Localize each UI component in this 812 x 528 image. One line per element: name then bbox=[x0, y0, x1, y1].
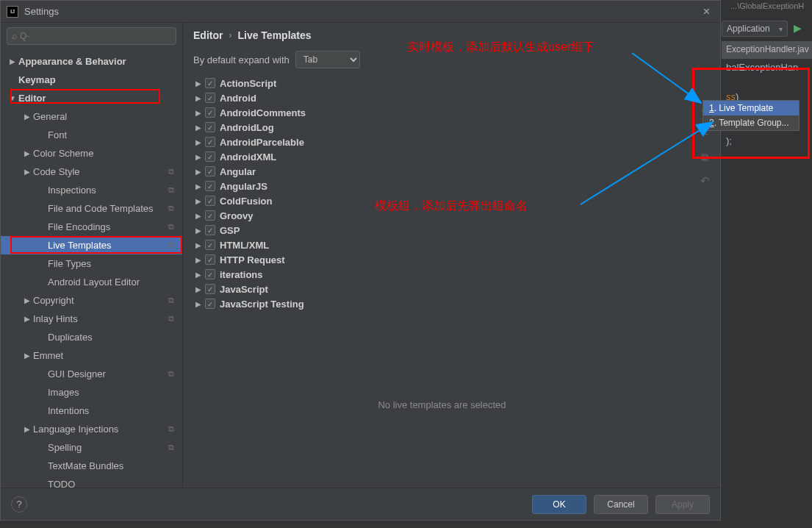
expand-arrow-icon[interactable]: ▶ bbox=[193, 153, 204, 161]
tree-node-editor[interactable]: ▼Editor bbox=[1, 89, 182, 107]
expand-arrow-icon[interactable]: ▶ bbox=[23, 149, 32, 157]
expand-arrow-icon[interactable]: ▶ bbox=[193, 271, 204, 279]
group-checkbox[interactable]: ✓ bbox=[205, 254, 215, 265]
expand-with-select[interactable]: Tab bbox=[295, 51, 360, 68]
apply-button[interactable]: Apply bbox=[655, 495, 710, 514]
group-checkbox[interactable]: ✓ bbox=[205, 284, 215, 294]
tree-node-file-types[interactable]: File Types bbox=[1, 254, 182, 273]
help-button[interactable]: ? bbox=[11, 496, 27, 513]
group-checkbox[interactable]: ✓ bbox=[205, 107, 215, 118]
tree-node-code-style[interactable]: ▶Code Style⧉ bbox=[1, 163, 182, 181]
tree-node-appearance-behavior[interactable]: ▶Appearance & Behavior bbox=[1, 52, 182, 71]
expand-arrow-icon[interactable]: ▶ bbox=[193, 182, 204, 190]
expand-arrow-icon[interactable]: ▶ bbox=[193, 124, 204, 132]
expand-arrow-icon[interactable]: ▶ bbox=[193, 79, 204, 88]
expand-arrow-icon[interactable]: ▶ bbox=[193, 109, 204, 117]
expand-arrow-icon[interactable]: ▶ bbox=[23, 296, 32, 304]
group-checkbox[interactable]: ✓ bbox=[205, 181, 215, 191]
tree-node-android-layout-editor[interactable]: Android Layout Editor bbox=[1, 273, 182, 291]
tree-node-duplicates[interactable]: Duplicates bbox=[1, 328, 182, 346]
revert-template-button[interactable]: ↶ bbox=[697, 173, 713, 189]
group-checkbox[interactable]: ✓ bbox=[205, 210, 215, 221]
group-checkbox[interactable]: ✓ bbox=[205, 78, 215, 88]
template-group-iterations[interactable]: ▶✓iterations bbox=[193, 267, 691, 282]
group-checkbox[interactable]: ✓ bbox=[205, 299, 215, 309]
expand-arrow-icon[interactable]: ▶ bbox=[193, 212, 204, 220]
expand-arrow-icon[interactable]: ▶ bbox=[193, 138, 204, 146]
run-config-dropdown[interactable]: Application bbox=[722, 21, 788, 37]
expand-arrow-icon[interactable]: ▶ bbox=[193, 285, 204, 293]
tree-node-font[interactable]: Font bbox=[1, 126, 182, 144]
template-group-androidcomments[interactable]: ▶✓AndroidComments bbox=[193, 105, 691, 120]
popup-item-live-template[interactable]: 1. Live Template bbox=[703, 101, 799, 115]
expand-arrow-icon[interactable]: ▶ bbox=[193, 300, 204, 308]
template-groups-list[interactable]: ▶✓ActionScript▶✓Android▶✓AndroidComments… bbox=[193, 76, 691, 311]
group-checkbox[interactable]: ✓ bbox=[205, 225, 215, 235]
expand-arrow-icon[interactable]: ▶ bbox=[193, 256, 204, 264]
close-icon[interactable]: × bbox=[699, 5, 714, 18]
template-group-actionscript[interactable]: ▶✓ActionScript bbox=[193, 76, 691, 90]
tree-node-file-and-code-templates[interactable]: File and Code Templates⧉ bbox=[1, 199, 182, 218]
template-group-html-xml[interactable]: ▶✓HTML/XML bbox=[193, 238, 691, 252]
tree-node-copyright[interactable]: ▶Copyright⧉ bbox=[1, 291, 182, 310]
template-group-coldfusion[interactable]: ▶✓ColdFusion bbox=[193, 193, 691, 208]
editor-tab[interactable]: ExceptionHandler.jav bbox=[722, 41, 812, 59]
tree-node-images[interactable]: Images bbox=[1, 383, 182, 402]
ok-button[interactable]: OK bbox=[532, 495, 586, 514]
group-checkbox[interactable]: ✓ bbox=[205, 196, 215, 206]
tree-node-todo[interactable]: TODO bbox=[1, 475, 182, 488]
tree-node-inlay-hints[interactable]: ▶Inlay Hints⧉ bbox=[1, 310, 182, 328]
template-group-androidparcelable[interactable]: ▶✓AndroidParcelable bbox=[193, 135, 691, 149]
template-group-android[interactable]: ▶✓Android bbox=[193, 90, 691, 105]
tree-node-live-templates[interactable]: Live Templates⧉ bbox=[1, 236, 182, 254]
template-group-groovy[interactable]: ▶✓Groovy bbox=[193, 208, 691, 223]
group-checkbox[interactable]: ✓ bbox=[205, 151, 215, 162]
group-checkbox[interactable]: ✓ bbox=[205, 240, 215, 250]
popup-item-template-group-[interactable]: 2. Template Group... bbox=[703, 115, 799, 130]
template-group-http-request[interactable]: ▶✓HTTP Request bbox=[193, 252, 691, 267]
expand-arrow-icon[interactable]: ▶ bbox=[23, 425, 32, 433]
group-checkbox[interactable]: ✓ bbox=[205, 137, 215, 147]
settings-search[interactable]: ⌕ bbox=[7, 27, 176, 45]
tree-node-language-injections[interactable]: ▶Language Injections⧉ bbox=[1, 420, 182, 438]
expand-arrow-icon[interactable]: ▶ bbox=[23, 315, 32, 323]
expand-arrow-icon[interactable]: ▶ bbox=[193, 94, 204, 102]
tree-node-general[interactable]: ▶General bbox=[1, 107, 182, 126]
tree-node-intentions[interactable]: Intentions bbox=[1, 402, 182, 420]
expand-arrow-icon[interactable]: ▼ bbox=[8, 94, 17, 102]
template-group-javascript-testing[interactable]: ▶✓JavaScript Testing bbox=[193, 296, 691, 311]
group-checkbox[interactable]: ✓ bbox=[205, 122, 215, 132]
group-checkbox[interactable]: ✓ bbox=[205, 93, 215, 103]
template-group-angular[interactable]: ▶✓Angular bbox=[193, 164, 691, 179]
group-label: JavaScript bbox=[220, 284, 268, 295]
expand-arrow-icon[interactable]: ▶ bbox=[8, 57, 17, 65]
cancel-button[interactable]: Cancel bbox=[594, 495, 648, 514]
expand-arrow-icon[interactable]: ▶ bbox=[23, 352, 32, 360]
expand-arrow-icon[interactable]: ▶ bbox=[193, 168, 204, 176]
template-group-angularjs[interactable]: ▶✓AngularJS bbox=[193, 179, 691, 193]
tree-node-gui-designer[interactable]: GUI Designer⧉ bbox=[1, 365, 182, 383]
template-group-gsp[interactable]: ▶✓GSP bbox=[193, 223, 691, 238]
template-group-androidxml[interactable]: ▶✓AndroidXML bbox=[193, 149, 691, 164]
expand-arrow-icon[interactable]: ▶ bbox=[23, 113, 32, 121]
group-checkbox[interactable]: ✓ bbox=[205, 166, 215, 176]
settings-tree[interactable]: ▶Appearance & BehaviorKeymap▼Editor▶Gene… bbox=[1, 49, 182, 488]
search-input[interactable] bbox=[20, 31, 171, 41]
copy-template-button[interactable]: ⧉ bbox=[697, 149, 713, 165]
template-group-androidlog[interactable]: ▶✓AndroidLog bbox=[193, 120, 691, 135]
tree-node-inspections[interactable]: Inspections⧉ bbox=[1, 181, 182, 199]
tree-node-spelling[interactable]: Spelling⧉ bbox=[1, 438, 182, 457]
expand-arrow-icon[interactable]: ▶ bbox=[193, 197, 204, 205]
add-template-popup[interactable]: 1. Live Template2. Template Group... bbox=[703, 100, 800, 131]
template-group-javascript[interactable]: ▶✓JavaScript bbox=[193, 282, 691, 296]
expand-arrow-icon[interactable]: ▶ bbox=[23, 168, 32, 176]
tree-node-color-scheme[interactable]: ▶Color Scheme bbox=[1, 144, 182, 163]
tree-node-textmate-bundles[interactable]: TextMate Bundles bbox=[1, 457, 182, 475]
expand-arrow-icon[interactable]: ▶ bbox=[193, 241, 204, 249]
expand-arrow-icon[interactable]: ▶ bbox=[193, 226, 204, 235]
tree-node-emmet[interactable]: ▶Emmet bbox=[1, 346, 182, 365]
tree-node-file-encodings[interactable]: File Encodings⧉ bbox=[1, 218, 182, 236]
group-checkbox[interactable]: ✓ bbox=[205, 269, 215, 279]
run-icon[interactable]: ▶ bbox=[794, 22, 802, 34]
tree-node-keymap[interactable]: Keymap bbox=[1, 71, 182, 89]
